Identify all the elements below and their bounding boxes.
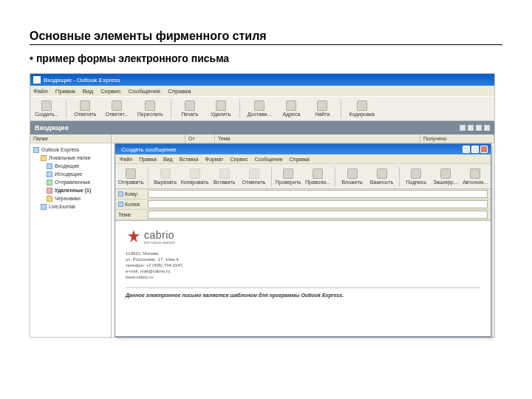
separator [148, 167, 149, 186]
tree-drafts[interactable]: Черновики [47, 194, 108, 202]
ct-paste-button: Вставить [212, 168, 237, 185]
tb-find-button[interactable]: Найти [310, 100, 335, 117]
tree-deleted[interactable]: Удаленные (1) [47, 186, 108, 194]
tb-forward-button[interactable]: Переслать [136, 100, 165, 117]
compose-title: Создать сообщение [121, 146, 176, 153]
tb-addresses-button[interactable]: Адреса [279, 100, 304, 117]
template-note: Данное электронное письмо является шабло… [126, 293, 480, 298]
menu-file[interactable]: Файл [33, 88, 48, 95]
forward-icon [145, 100, 155, 111]
cmenu-tools[interactable]: Сервис [230, 157, 248, 162]
cmenu-insert[interactable]: Вставка [180, 157, 199, 162]
folder-icon [33, 147, 39, 153]
compose-toolbar: Отправить Вырезать Копировать Вставить О… [115, 164, 491, 189]
tb-new-button[interactable]: Создать... [33, 100, 60, 117]
ct-label: Зашифр... [433, 180, 457, 185]
col-subject[interactable]: Тема [215, 134, 420, 143]
ct-attach-button[interactable]: Вложить [340, 168, 365, 185]
priority-icon [377, 168, 387, 179]
drafts-icon [47, 196, 52, 202]
ct-sign-button[interactable]: Подпись [403, 168, 429, 185]
menu-message[interactable]: Сообщение [129, 88, 161, 95]
cmenu-file[interactable]: Файл [120, 157, 132, 162]
cmenu-edit[interactable]: Правка [139, 157, 157, 162]
separator [271, 167, 272, 186]
slide-title: Основные элементы фирменного стиля [30, 30, 502, 45]
col-received[interactable]: Получено [420, 134, 494, 143]
ct-spell-button[interactable]: Правопи... [305, 168, 330, 185]
col-from[interactable]: От [185, 134, 215, 143]
minimize-button[interactable] [463, 146, 470, 153]
ct-label: Автоном... [463, 180, 488, 185]
col-from-icons[interactable] [112, 134, 185, 143]
menu-tools[interactable]: Сервис [100, 88, 120, 95]
close-button[interactable] [480, 146, 488, 153]
reply-icon [80, 100, 90, 111]
ct-offline-button[interactable]: Автоном... [463, 168, 488, 185]
cmenu-help[interactable]: Справка [290, 157, 310, 162]
cmenu-message[interactable]: Сообщение [254, 157, 282, 162]
subtitle-text: пример формы электронного письма [36, 52, 229, 64]
tree-label: Отправленные [55, 178, 90, 186]
brand-name: cabrio [144, 229, 175, 241]
to-input[interactable] [148, 190, 488, 198]
offline-icon [470, 168, 480, 179]
subject-field-row: Тема: [115, 210, 491, 220]
send-icon [126, 168, 136, 179]
subject-input[interactable] [148, 211, 488, 219]
compose-body[interactable]: cabrio все самое важное 119021, Москва, … [115, 221, 491, 336]
new-mail-icon [41, 100, 52, 111]
addr-line3: телефон: +7 (495) 744-1547, [126, 262, 480, 268]
company-address: 119021, Москва, ул. Россолимо, 17, этаж … [126, 250, 480, 280]
ct-label: Правопи... [305, 180, 330, 185]
cc-label: Копия: [115, 202, 148, 207]
spell-icon [313, 168, 323, 179]
message-pane: От Тема Получено Создать сообщение [112, 134, 494, 337]
inbox-icon [47, 163, 52, 169]
tb-reply-button[interactable]: Ответить [72, 100, 98, 117]
menu-help[interactable]: Справка [168, 88, 191, 95]
separator [239, 99, 240, 118]
addr-line4: e-mail: mail@cabrio.ru, [126, 268, 480, 274]
tree-sent[interactable]: Отправленные [47, 178, 108, 186]
cc-field-row: Копия: [115, 200, 491, 210]
sendrecv-icon [254, 100, 265, 111]
main-titlebar: Входящие - Outlook Express [30, 74, 494, 86]
tree-inbox[interactable]: Входящие [47, 162, 108, 170]
main-toolbar: Создать... Ответить Ответит... Переслать… [30, 96, 494, 121]
ct-send-button[interactable]: Отправить [118, 168, 143, 185]
menu-edit[interactable]: Правка [55, 88, 75, 95]
compose-menubar: Файл Правка Вид Вставка Формат Сервис Со… [115, 154, 491, 164]
compose-window: Создать сообщение Файл Правка Вид Вставк… [115, 143, 491, 337]
tree-outlook-express[interactable]: Outlook Express [33, 146, 108, 154]
ct-label: Вырезать [154, 180, 177, 185]
ct-cut-button: Вырезать [153, 168, 178, 185]
tree-outbox[interactable]: Исходящие [47, 170, 108, 178]
cc-input[interactable] [148, 200, 488, 208]
tb-sendrecv-button[interactable]: Достави... [246, 100, 273, 117]
tb-delete-button[interactable]: Удалить [208, 100, 233, 117]
tb-addresses-label: Адреса [282, 112, 300, 117]
tree-local-folders[interactable]: Локальные папки [41, 154, 108, 162]
cmenu-format[interactable]: Формат [205, 157, 224, 162]
menu-view[interactable]: Вид [83, 88, 93, 95]
paste-icon [219, 168, 230, 179]
separator [66, 99, 66, 118]
tree-label: Удаленные (1) [55, 186, 91, 194]
app-icon [33, 76, 41, 83]
tb-replyall-button[interactable]: Ответит... [103, 100, 129, 117]
folder-title-bar: Входящие [30, 121, 494, 134]
cmenu-view[interactable]: Вид [163, 157, 173, 162]
screenshot-container: Входящие - Outlook Express Файл Правка В… [30, 73, 495, 338]
tree-livejournal[interactable]: LiveJournal [41, 202, 108, 211]
folders-sidebar: Папки Outlook Express Локальные папки Вх… [30, 134, 112, 337]
tb-print-button[interactable]: Печать [177, 100, 202, 117]
ct-check-button[interactable]: Проверить [276, 168, 301, 185]
ct-encrypt-button[interactable]: Зашифр... [433, 168, 458, 185]
tb-encoding-button[interactable]: Кодировка [347, 100, 375, 117]
divider [126, 287, 480, 288]
ct-priority-button[interactable]: Важность [369, 168, 395, 185]
maximize-button[interactable] [471, 146, 479, 153]
sent-icon [47, 180, 52, 185]
encrypt-icon [440, 168, 451, 179]
